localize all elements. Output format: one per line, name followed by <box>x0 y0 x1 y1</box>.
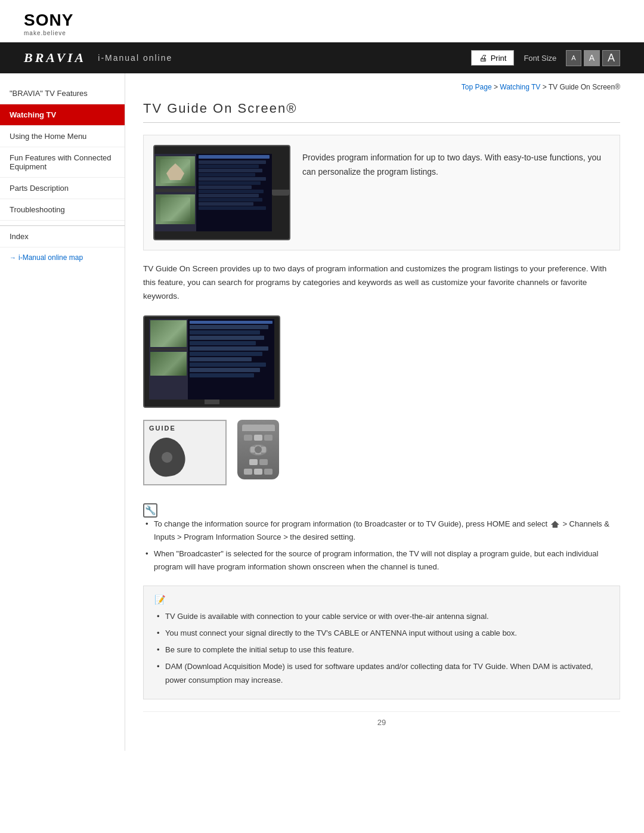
sidebar-item-troubleshooting[interactable]: Troubleshooting <box>0 199 125 221</box>
print-button[interactable]: 🖨 Print <box>471 50 515 66</box>
font-size-large-button[interactable]: A <box>602 50 620 66</box>
font-size-controls: A A A <box>566 50 620 66</box>
sidebar-item-index[interactable]: Index <box>0 225 125 247</box>
tv-stand2 <box>205 400 219 404</box>
arrow-right-icon: → <box>10 254 16 261</box>
tip-item-2: When "Broadcaster" is selected for the s… <box>143 547 620 574</box>
guide-block: GUIDE <box>143 420 620 485</box>
tv-screen-left <box>154 154 196 231</box>
print-label: Print <box>491 54 507 63</box>
top-header: SONY make.believe <box>0 0 644 42</box>
note-item-3: Be sure to complete the initial setup to… <box>154 643 609 657</box>
guide-label: GUIDE <box>149 425 176 432</box>
font-size-medium-button[interactable]: A <box>584 50 600 66</box>
tv-screenshot-2 <box>143 315 280 408</box>
bravia-subtitle: i-Manual online <box>98 53 172 63</box>
bravia-bar: BRAVIA i-Manual online 🖨 Print Font Size… <box>0 42 644 73</box>
sony-logo: SONY make.believe <box>24 11 73 36</box>
sidebar-item-watching-tv[interactable]: Watching TV <box>0 104 125 126</box>
sony-logo-text: SONY <box>24 11 73 30</box>
sony-tagline: make.believe <box>24 30 66 36</box>
body-text: TV Guide On Screen provides up to two da… <box>143 262 620 304</box>
note-icon: 📝 <box>154 594 609 605</box>
page-number: 29 <box>377 718 386 727</box>
breadcrumb-watching-tv[interactable]: Watching TV <box>500 83 540 91</box>
tv-screen-right <box>196 154 272 231</box>
tv-right2 <box>188 319 274 400</box>
print-icon: 🖨 <box>479 53 487 63</box>
screenshot-block-2 <box>143 315 620 408</box>
bravia-logo: BRAVIA <box>24 50 86 66</box>
sidebar-item-parts-description[interactable]: Parts Description <box>0 178 125 199</box>
intro-text: Provides program information for up to t… <box>302 145 610 240</box>
tv-img-eagle2 <box>156 194 195 224</box>
sidebar-item-fun-features[interactable]: Fun Features with Connected Equipment <box>0 147 125 178</box>
tv-screen-image <box>153 145 290 240</box>
note-item-1: TV Guide is available with connection to… <box>154 610 609 623</box>
guide-box: GUIDE <box>143 420 227 485</box>
sidebar: "BRAVIA" TV Features Watching TV Using t… <box>0 73 125 751</box>
note-section: 📝 TV Guide is available with connection … <box>143 586 620 699</box>
tip-section: 🔧 To change the information source for p… <box>143 503 620 574</box>
sidebar-item-bravia-features[interactable]: "BRAVIA" TV Features <box>0 83 125 104</box>
note-item-2: You must connect your signal directly to… <box>154 627 609 640</box>
main-layout: "BRAVIA" TV Features Watching TV Using t… <box>0 73 644 751</box>
breadcrumb: Top Page > Watching TV > TV Guide On Scr… <box>143 83 620 91</box>
tip-item-1: To change the information source for pro… <box>143 518 620 544</box>
breadcrumb-sep1: > <box>494 83 500 91</box>
sidebar-item-using-home-menu[interactable]: Using the Home Menu <box>0 126 125 147</box>
tv-left2 <box>149 319 188 400</box>
note-item-4: DAM (Download Acquisition Mode) is used … <box>154 660 609 686</box>
remote-control-image <box>237 420 279 479</box>
page-title: TV Guide On Screen® <box>143 101 620 123</box>
bravia-bar-left: BRAVIA i-Manual online <box>24 50 172 66</box>
page-footer: 29 <box>143 711 620 727</box>
font-size-small-button[interactable]: A <box>566 50 581 66</box>
tv-screen2-inner <box>149 319 274 400</box>
tip-icon: 🔧 <box>143 503 157 518</box>
note-list: TV Guide is available with connection to… <box>154 610 609 686</box>
imanual-map-link[interactable]: → i-Manual online map <box>0 247 125 268</box>
tv-stand <box>272 190 289 196</box>
bravia-bar-right: 🖨 Print Font Size A A A <box>471 50 620 66</box>
tv-screen-inner <box>154 154 272 231</box>
font-size-label: Font Size <box>524 54 556 63</box>
home-icon <box>551 521 559 528</box>
breadcrumb-top-page[interactable]: Top Page <box>462 83 492 91</box>
tip-list: To change the information source for pro… <box>143 518 620 574</box>
tv-screenshot-intro <box>153 145 290 240</box>
guide-button-shape <box>146 435 188 479</box>
intro-block: Provides program information for up to t… <box>143 135 620 250</box>
content-area: Top Page > Watching TV > TV Guide On Scr… <box>125 73 644 751</box>
tv-img-eagle <box>156 156 195 186</box>
breadcrumb-sep2: > <box>543 83 549 91</box>
breadcrumb-current: TV Guide On Screen® <box>549 83 620 91</box>
